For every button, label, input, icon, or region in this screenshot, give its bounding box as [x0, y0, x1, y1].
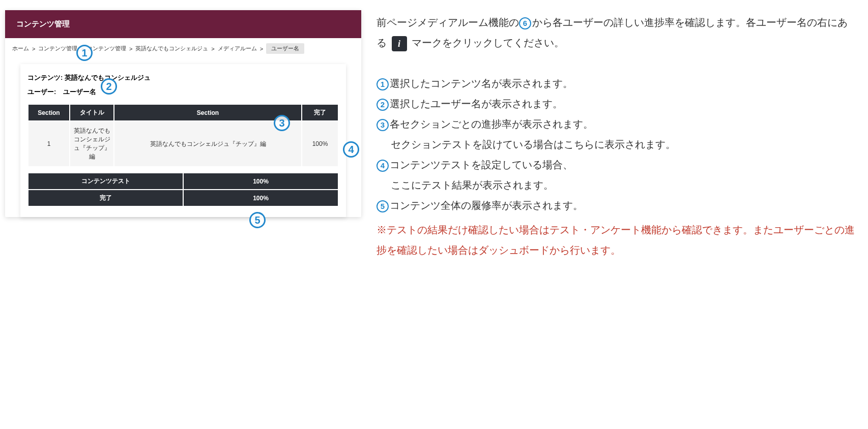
bullet-2: 2 [377, 99, 389, 111]
summary-row-complete: 完了 100% [28, 190, 338, 206]
th-complete: 完了 [302, 105, 338, 120]
summary-label-test: コンテンツテスト [28, 173, 183, 189]
annotation-4: 4 [343, 141, 359, 158]
warning-note: ※テストの結果だけ確認したい場合はテスト・アンケート機能から確認できます。またユ… [377, 220, 855, 260]
note-3a-text: 各セクションごとの進捗率が表示されます。 [390, 118, 593, 130]
summary-row-test: コンテンツテスト 100% [28, 173, 338, 189]
th-title: タイトル [70, 105, 113, 120]
app-window: コンテンツ管理 ホーム > コンテンツ管理 > コンテンツ管理 > 英語なんでも… [5, 10, 361, 217]
intro-paragraph: 前ページメディアルーム機能の6から各ユーザーの詳しい進捗率を確認します。各ユーザ… [377, 12, 855, 53]
annotation-6-inline: 6 [519, 17, 531, 29]
note-1-text: 選択したコンテンツ名が表示されます。 [390, 78, 573, 89]
annotation-3: 3 [274, 115, 290, 131]
breadcrumb-item[interactable]: ホーム [12, 45, 29, 52]
intro-text-a: 前ページメディアルーム機能の [377, 17, 519, 28]
breadcrumb-sep: > [129, 46, 132, 52]
note-4a-text: コンテンツテストを設定している場合、 [390, 159, 573, 170]
notes-list: 1選択したコンテンツ名が表示されます。 2選択したユーザー名が表示されます。 3… [377, 73, 855, 260]
user-name: ユーザー名 [63, 87, 96, 97]
note-5-text: コンテンツ全体の履修率が表示されます。 [390, 200, 583, 211]
note-3b: セクションテストを設けている場合はこちらに表示されます。 [377, 134, 855, 155]
summary-value-test: 100% [184, 173, 338, 189]
user-row: ユーザー: ユーザー名 [27, 87, 339, 97]
cell-section-name: 英語なんでもコンシェルジュ『チップ』編 [114, 121, 301, 166]
annotation-5: 5 [249, 212, 266, 228]
section-table: Section タイトル Section 完了 1 英語なんでもコンシェルジュ『… [27, 104, 339, 167]
th-section-no: Section [28, 105, 69, 120]
annotation-1: 1 [76, 45, 93, 61]
breadcrumb-sep: > [260, 46, 263, 52]
summary-value-complete: 100% [184, 190, 338, 206]
note-4a: 4コンテンツテストを設定している場合、 [377, 155, 855, 175]
bullet-1: 1 [377, 78, 389, 90]
note-5: 5コンテンツ全体の履修率が表示されます。 [377, 195, 855, 216]
cell-complete: 100% [302, 121, 338, 166]
content-title-row: コンテンツ: 英語なんでもコンシェルジュ [27, 73, 339, 82]
screenshot-panel: コンテンツ管理 ホーム > コンテンツ管理 > コンテンツ管理 > 英語なんでも… [5, 10, 361, 419]
breadcrumb-item[interactable]: コンテンツ管理 [87, 45, 126, 52]
bullet-4: 4 [377, 160, 389, 172]
summary-table: コンテンツテスト 100% 完了 100% [27, 172, 339, 207]
th-section-name: Section [114, 105, 301, 120]
note-2-text: 選択したユーザー名が表示されます。 [390, 98, 563, 109]
breadcrumb: ホーム > コンテンツ管理 > コンテンツ管理 > 英語なんでもコンシェルジュ … [5, 38, 361, 59]
breadcrumb-current: ユーザー名 [266, 43, 304, 54]
explanation-panel: 前ページメディアルーム機能の6から各ユーザーの詳しい進捗率を確認します。各ユーザ… [377, 10, 855, 419]
bullet-5: 5 [377, 200, 389, 212]
breadcrumb-sep: > [32, 46, 35, 52]
user-label: ユーザー: [27, 87, 56, 97]
cell-section-no: 1 [28, 121, 69, 166]
note-1: 1選択したコンテンツ名が表示されます。 [377, 73, 855, 94]
breadcrumb-item[interactable]: コンテンツ管理 [38, 45, 77, 52]
note-3a: 3各セクションごとの進捗率が表示されます。 [377, 114, 855, 134]
annotation-2: 2 [101, 78, 117, 95]
table-row: 1 英語なんでもコンシェルジュ『チップ』編 英語なんでもコンシェルジュ『チップ』… [28, 121, 338, 166]
info-icon: i [392, 36, 407, 51]
summary-label-complete: 完了 [28, 190, 183, 206]
bullet-3: 3 [377, 119, 389, 131]
intro-text-c: マークをクリックしてください。 [412, 37, 564, 48]
note-2: 2選択したユーザー名が表示されます。 [377, 94, 855, 114]
app-title: コンテンツ管理 [5, 10, 361, 38]
breadcrumb-sep: > [211, 46, 214, 52]
note-4b: ここにテスト結果が表示されます。 [377, 175, 855, 195]
breadcrumb-item[interactable]: メディアルーム [218, 45, 257, 52]
content-card: コンテンツ: 英語なんでもコンシェルジュ ユーザー: ユーザー名 Section… [20, 64, 346, 217]
breadcrumb-item[interactable]: 英語なんでもコンシェルジュ [135, 45, 208, 52]
content-label: コンテンツ: [27, 74, 63, 81]
cell-title: 英語なんでもコンシェルジュ『チップ』編 [70, 121, 113, 166]
